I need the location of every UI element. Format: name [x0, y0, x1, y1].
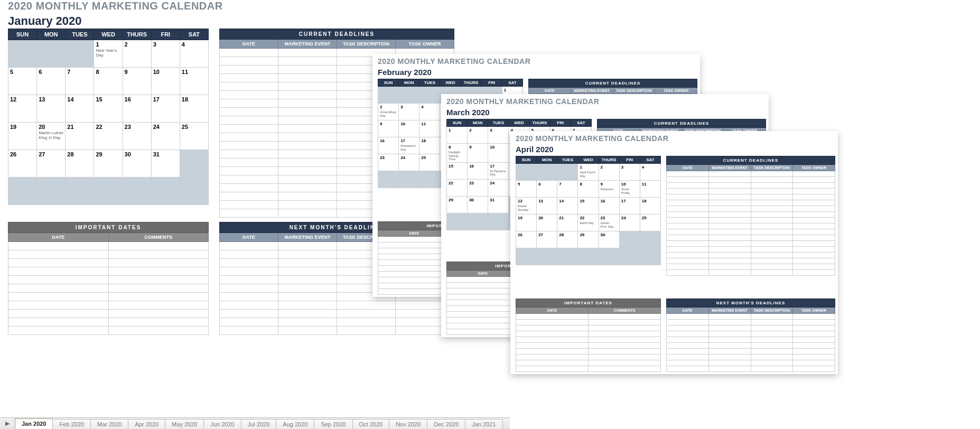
- sheet-tab[interactable]: Aug 2020: [276, 419, 314, 429]
- calendar-cell[interactable]: [516, 248, 537, 265]
- sheet-tab[interactable]: Jan 2021: [465, 419, 502, 429]
- calendar-cell[interactable]: 13: [537, 198, 557, 215]
- calendar-cell[interactable]: 10: [151, 68, 180, 95]
- table-row[interactable]: [667, 360, 835, 366]
- calendar-cell[interactable]: 8: [94, 68, 123, 95]
- calendar-cell[interactable]: 9Passover: [599, 181, 619, 198]
- calendar-cell[interactable]: [378, 171, 399, 188]
- calendar-cell[interactable]: 5: [8, 68, 37, 95]
- calendar-cell[interactable]: [619, 248, 640, 265]
- calendar-cell[interactable]: 27: [537, 231, 557, 248]
- table-row[interactable]: [516, 366, 661, 372]
- calendar-cell[interactable]: 4: [640, 164, 660, 181]
- table-row[interactable]: [667, 183, 835, 189]
- calendar-cell[interactable]: 25: [180, 123, 208, 150]
- calendar-cell[interactable]: [378, 87, 399, 104]
- calendar-cell[interactable]: [37, 178, 66, 205]
- calendar-cell[interactable]: 10: [399, 120, 419, 137]
- calendar-cell[interactable]: [123, 178, 151, 205]
- calendar-cell[interactable]: [419, 87, 440, 104]
- table-row[interactable]: [8, 276, 209, 284]
- calendar-cell[interactable]: 24: [399, 154, 419, 171]
- calendar-cell[interactable]: [66, 178, 94, 205]
- calendar-cell[interactable]: 23: [378, 154, 399, 171]
- table-row[interactable]: [667, 270, 835, 276]
- calendar-cell[interactable]: 15: [578, 198, 599, 215]
- calendar-cell[interactable]: 25: [419, 154, 440, 171]
- calendar-cell[interactable]: 7: [66, 68, 94, 95]
- calendar-cell[interactable]: 17: [151, 95, 180, 123]
- sheet-tab[interactable]: Dec 2020: [427, 419, 465, 429]
- table-row[interactable]: [667, 177, 835, 183]
- calendar-cell[interactable]: 22: [447, 179, 468, 196]
- calendar-cell[interactable]: 18: [180, 95, 208, 123]
- calendar-cell[interactable]: 15: [447, 162, 468, 179]
- calendar-cell[interactable]: 23: [468, 179, 488, 196]
- calendar-cell[interactable]: 31: [488, 196, 509, 213]
- calendar-cell[interactable]: 22: [94, 123, 123, 150]
- table-row[interactable]: [667, 337, 835, 343]
- calendar-cell[interactable]: 17St Patrick's Day: [488, 162, 509, 179]
- calendar-cell[interactable]: 2: [123, 40, 151, 68]
- calendar-cell[interactable]: 9: [378, 120, 399, 137]
- table-row[interactable]: [8, 259, 209, 267]
- calendar-cell[interactable]: 29: [447, 196, 468, 213]
- table-row[interactable]: [667, 343, 835, 349]
- calendar-cell[interactable]: 2: [468, 127, 488, 144]
- calendar-cell[interactable]: [488, 213, 509, 230]
- calendar-cell[interactable]: 28: [557, 231, 578, 248]
- table-row[interactable]: [667, 331, 835, 337]
- calendar-cell[interactable]: [399, 171, 419, 188]
- calendar-cell[interactable]: 30: [123, 150, 151, 178]
- table-row[interactable]: [516, 337, 661, 343]
- calendar-cell[interactable]: [599, 248, 619, 265]
- calendar-cell[interactable]: 6: [37, 68, 66, 95]
- sheet-tab[interactable]: May 2020: [165, 419, 204, 429]
- table-row[interactable]: [8, 310, 209, 318]
- calendar-cell[interactable]: 4: [419, 104, 440, 120]
- calendar-cell[interactable]: [557, 164, 578, 181]
- calendar-cell[interactable]: [151, 178, 180, 205]
- calendar-cell[interactable]: 21: [66, 123, 94, 150]
- table-row[interactable]: [667, 218, 835, 223]
- table-row[interactable]: [8, 242, 209, 250]
- table-row[interactable]: [8, 318, 209, 327]
- calendar-cell[interactable]: 2: [599, 164, 619, 181]
- calendar-cell[interactable]: 8: [578, 181, 599, 198]
- sheet-tab[interactable]: Jul 2020: [241, 419, 277, 429]
- calendar-cell[interactable]: [180, 150, 208, 178]
- table-row[interactable]: [667, 264, 835, 270]
- calendar-cell[interactable]: 14: [66, 95, 94, 123]
- sheet-tab[interactable]: Jun 2020: [203, 419, 241, 429]
- calendar-cell[interactable]: 24: [619, 215, 640, 231]
- table-row[interactable]: [516, 325, 661, 331]
- calendar-cell[interactable]: [537, 248, 557, 265]
- calendar-cell[interactable]: 18: [419, 137, 440, 154]
- calendar-cell[interactable]: 19: [8, 123, 37, 150]
- table-row[interactable]: [516, 343, 661, 349]
- calendar-cell[interactable]: 1: [447, 127, 468, 144]
- calendar-cell[interactable]: [619, 231, 640, 248]
- calendar-cell[interactable]: 23: [123, 123, 151, 150]
- table-row[interactable]: [220, 301, 454, 310]
- calendar-cell[interactable]: 16: [468, 162, 488, 179]
- calendar-cell[interactable]: [640, 231, 660, 248]
- table-row[interactable]: [667, 171, 835, 177]
- calendar-cell[interactable]: 30: [468, 196, 488, 213]
- calendar-cell[interactable]: 16: [123, 95, 151, 123]
- sheet-tab[interactable]: Oct 2020: [352, 419, 390, 429]
- calendar-cell[interactable]: 9: [468, 144, 488, 163]
- calendar-cell[interactable]: 4: [180, 40, 208, 68]
- calendar-cell[interactable]: [94, 178, 123, 205]
- calendar-cell[interactable]: 5: [516, 181, 537, 198]
- calendar-cell[interactable]: 8Daylight Saving Time: [447, 144, 468, 163]
- table-row[interactable]: [667, 314, 835, 320]
- calendar-cell[interactable]: 1April Fool's Day: [578, 164, 599, 181]
- calendar-cell[interactable]: 24: [151, 123, 180, 150]
- calendar-cell[interactable]: 20Martin Luther King Jr Day: [37, 123, 66, 150]
- calendar-cell[interactable]: 3: [619, 164, 640, 181]
- table-row[interactable]: [220, 327, 454, 335]
- table-row[interactable]: [220, 318, 454, 327]
- sheet-nav-arrow-icon[interactable]: ▶: [0, 417, 15, 429]
- table-row[interactable]: [667, 200, 835, 206]
